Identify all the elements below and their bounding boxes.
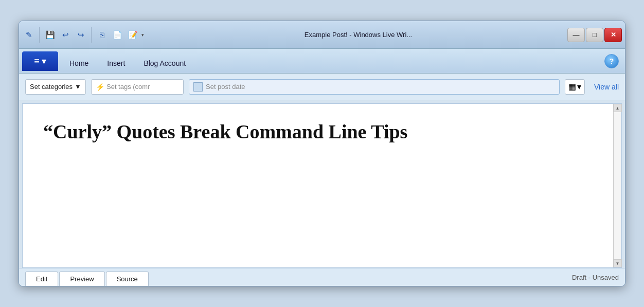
calendar-icon: ▦: [568, 82, 576, 92]
calendar-button[interactable]: ▦ ▾: [565, 79, 585, 95]
edit1-icon[interactable]: 📄: [111, 28, 124, 42]
calendar-arrow-icon: ▾: [577, 82, 581, 92]
ribbon-logo-button[interactable]: ≡ ▾: [22, 51, 58, 71]
date-input[interactable]: Set post date: [189, 79, 560, 95]
bottom-bar: Edit Preview Source Draft - Unsaved: [19, 268, 625, 286]
tab-home[interactable]: Home: [60, 53, 98, 74]
scroll-up-button[interactable]: ▲: [614, 104, 622, 112]
scroll-track[interactable]: [614, 112, 621, 259]
help-button[interactable]: ?: [604, 54, 619, 68]
tags-placeholder-text: Set tags (comr: [106, 83, 150, 91]
scrollbar[interactable]: ▲ ▼: [613, 104, 621, 267]
tags-input[interactable]: ⚡ Set tags (comr: [91, 79, 184, 95]
redo-icon[interactable]: ↪: [74, 28, 87, 42]
editor[interactable]: “Curly” Quotes Break Command Line Tips: [23, 104, 621, 267]
title-bar: ✎ 💾 ↩ ↪ ⎘ 📄 📝 ▾ Example Post! - Windows …: [19, 21, 625, 49]
undo-icon[interactable]: ↩: [59, 28, 72, 42]
status-text: Draft - Unsaved: [572, 269, 619, 285]
categories-arrow-icon: ▼: [75, 83, 81, 91]
ribbon-logo-arrow: ▾: [42, 56, 46, 67]
copy-icon[interactable]: ⎘: [95, 28, 109, 42]
ribbon-tabs: ≡ ▾ Home Insert Blog Account ?: [19, 49, 625, 74]
maximize-button[interactable]: □: [586, 28, 603, 42]
tab-source[interactable]: Source: [106, 272, 149, 286]
tab-home-label: Home: [69, 59, 88, 67]
post-title: “Curly” Quotes Break Command Line Tips: [43, 119, 601, 145]
divider-2: [91, 27, 92, 43]
tab-insert-label: Insert: [107, 59, 125, 67]
save-icon[interactable]: 💾: [43, 28, 57, 42]
toolbar-icons: ✎ 💾 ↩ ↪ ⎘ 📄 📝 ▾: [22, 27, 144, 43]
window-controls: — □ ✕: [567, 28, 622, 42]
date-color-swatch: [193, 82, 203, 92]
categories-label: Set categories: [30, 83, 73, 91]
edit2-icon[interactable]: 📝: [126, 28, 139, 42]
tab-insert[interactable]: Insert: [98, 53, 134, 74]
divider-1: [39, 27, 40, 43]
tab-preview[interactable]: Preview: [59, 272, 104, 286]
bottom-tabs: Edit Preview Source: [25, 268, 572, 286]
app-window: ✎ 💾 ↩ ↪ ⎘ 📄 📝 ▾ Example Post! - Windows …: [19, 21, 625, 286]
minimize-button[interactable]: —: [567, 28, 585, 42]
date-placeholder-text: Set post date: [206, 83, 245, 91]
help-area: ?: [604, 49, 623, 73]
scroll-down-button[interactable]: ▼: [614, 259, 622, 267]
view-all-button[interactable]: View all: [594, 83, 619, 91]
window-title: Example Post! - Windows Live Wri...: [151, 31, 565, 39]
pen-icon[interactable]: ✎: [22, 28, 35, 42]
tab-blog-account[interactable]: Blog Account: [134, 53, 195, 74]
content-area: “Curly” Quotes Break Command Line Tips ▲…: [22, 103, 622, 268]
tags-icon: ⚡: [96, 83, 104, 91]
ribbon-logo-icon: ≡: [34, 56, 40, 67]
tab-blog-account-label: Blog Account: [144, 59, 186, 67]
close-button[interactable]: ✕: [604, 28, 622, 42]
toolbar-dropdown-arrow[interactable]: ▾: [141, 32, 144, 38]
categories-dropdown[interactable]: Set categories ▼: [25, 79, 86, 95]
tab-edit[interactable]: Edit: [25, 272, 58, 286]
toolbar-row: Set categories ▼ ⚡ Set tags (comr Set po…: [19, 74, 625, 100]
